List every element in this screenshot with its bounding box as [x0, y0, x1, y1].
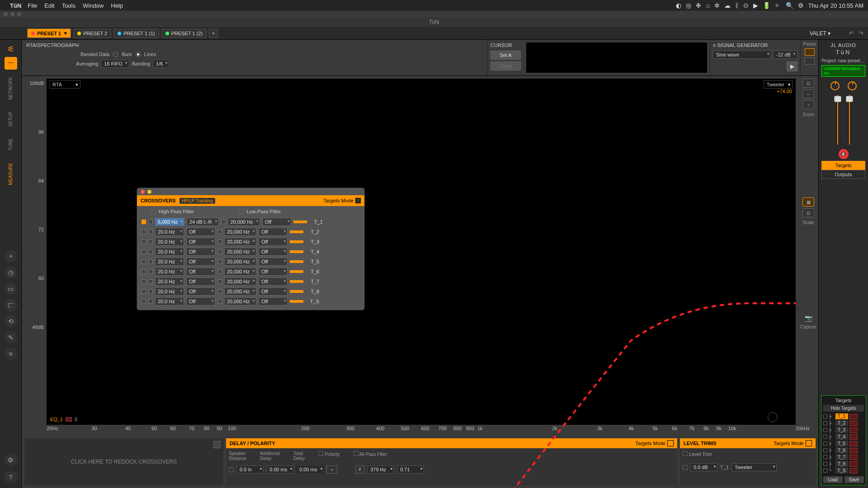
target-check[interactable]: [823, 469, 827, 473]
lp-slope-select[interactable]: Off: [259, 267, 288, 276]
target-curve-icon[interactable]: [849, 441, 858, 446]
xover-row-check[interactable]: [142, 289, 146, 294]
target-check[interactable]: [823, 435, 827, 439]
pane1-toggle[interactable]: [805, 48, 815, 56]
measure-icon[interactable]: 〰: [5, 57, 17, 70]
target-row[interactable]: ├T_8: [823, 461, 864, 467]
hp-check[interactable]: [148, 249, 153, 254]
status-icon[interactable]: ☁: [724, 2, 731, 9]
crossovers-window[interactable]: CROSSOVERS HP/LP Tracking Targets Mode H…: [137, 188, 365, 310]
target-check[interactable]: [823, 448, 827, 452]
hp-slope-select[interactable]: Off: [186, 287, 215, 296]
lp-freq-input[interactable]: 20,000 Hz: [228, 218, 260, 226]
scale2-button[interactable]: ⊟: [802, 208, 814, 217]
hp-slope-select[interactable]: Off: [186, 297, 215, 305]
cursor-clear-button[interactable]: Clear: [491, 61, 521, 70]
side-link-icon[interactable]: ⟲: [5, 315, 17, 328]
lp-check[interactable]: [217, 269, 222, 274]
hp-slope-select[interactable]: Off: [186, 258, 215, 266]
hp-slope-select[interactable]: Off: [186, 228, 215, 236]
nav-back-icon[interactable]: ↶: [849, 30, 854, 37]
status-icon[interactable]: ◐: [676, 2, 681, 9]
target-row[interactable]: └T_S: [823, 468, 864, 474]
sliders-icon[interactable]: ⚟: [7, 44, 14, 54]
target-check[interactable]: [823, 428, 827, 432]
save-button[interactable]: Save: [844, 476, 864, 483]
undock-icon[interactable]: [213, 441, 221, 448]
battery-icon[interactable]: 🔋: [763, 2, 770, 9]
xover-row-check[interactable]: [142, 269, 146, 274]
mute-button[interactable]: 🔇: [839, 149, 849, 159]
target-name[interactable]: T_4: [835, 434, 848, 440]
siggen-level-select[interactable]: -12 dB: [773, 51, 797, 59]
hp-freq-input[interactable]: 20.0 Hz: [155, 297, 184, 305]
preset-tab[interactable]: PRESET 2: [73, 29, 111, 38]
xover-row-check[interactable]: [142, 249, 146, 254]
lp-slope-select[interactable]: Off: [259, 228, 288, 236]
target-name[interactable]: T_2: [835, 420, 848, 426]
hp-slope-select[interactable]: Off: [186, 238, 215, 246]
hp-freq-input[interactable]: 20.0 Hz: [155, 277, 184, 286]
lp-check[interactable]: [217, 230, 222, 234]
preset-tab[interactable]: PRESET 1 (2): [161, 29, 207, 38]
target-check[interactable]: [823, 462, 827, 466]
target-curve-icon[interactable]: [849, 434, 858, 440]
hp-freq-input[interactable]: 20.0 Hz: [155, 248, 184, 256]
knob-left[interactable]: [830, 81, 840, 90]
play-button[interactable]: ▶: [787, 61, 797, 71]
hp-check[interactable]: [148, 230, 153, 234]
target-curve-icon[interactable]: [849, 448, 858, 453]
target-name[interactable]: T_5: [835, 441, 848, 446]
hp-slope-select[interactable]: Off: [186, 267, 215, 276]
tracking-badge[interactable]: HP/LP Tracking: [179, 198, 215, 204]
lp-freq-input[interactable]: 20,000 Hz: [224, 258, 256, 266]
lines-radio[interactable]: [136, 52, 141, 57]
apf-freq-input[interactable]: 379 Hz: [367, 465, 394, 474]
hp-freq-input[interactable]: 20.0 Hz: [155, 228, 184, 236]
hp-slope-select[interactable]: Off: [186, 248, 215, 256]
xover-row-check[interactable]: [142, 279, 146, 284]
cursor-seta-button[interactable]: Set A: [491, 51, 521, 60]
lp-check[interactable]: [217, 259, 222, 264]
target-row[interactable]: ├T_5: [823, 441, 864, 446]
undock-icon[interactable]: [355, 198, 361, 203]
target-check[interactable]: [823, 414, 827, 418]
menu-window[interactable]: Window: [83, 2, 104, 9]
lp-check[interactable]: [217, 239, 222, 244]
search-icon[interactable]: 🔍: [786, 2, 793, 9]
status-icon[interactable]: ⌂: [706, 2, 709, 9]
rail-tune[interactable]: TUNE: [8, 134, 13, 155]
valet-button[interactable]: VALET ▾: [807, 29, 833, 38]
xover-row-check[interactable]: [142, 259, 146, 264]
xover-row-check[interactable]: [142, 299, 146, 304]
target-curve-icon[interactable]: [849, 421, 858, 426]
hide-targets-button[interactable]: Hide Targets: [823, 405, 864, 412]
knob-right[interactable]: [848, 81, 857, 90]
rail-network[interactable]: NETWORK: [8, 72, 13, 104]
target-row[interactable]: ├T_4: [823, 434, 864, 440]
capture-button[interactable]: 📷: [805, 314, 812, 322]
side-clock-icon[interactable]: ◷: [5, 266, 17, 279]
clock[interactable]: Thu Apr 20 10:55 AM: [808, 2, 863, 9]
lp-freq-input[interactable]: 20,000 Hz: [224, 228, 256, 236]
slider-right[interactable]: [848, 95, 851, 145]
hp-freq-input[interactable]: 20.0 Hz: [155, 287, 184, 296]
lp-freq-input[interactable]: 20,000 Hz: [224, 297, 256, 305]
apf-q-input[interactable]: 0.71: [397, 465, 424, 474]
menu-help[interactable]: Help: [111, 2, 123, 9]
add-preset-button[interactable]: ＋: [209, 29, 218, 38]
hp-slope-select[interactable]: Off: [186, 277, 215, 286]
side-layers-icon[interactable]: ⫍: [5, 299, 17, 311]
nav-fwd-icon[interactable]: ↷: [859, 30, 863, 37]
lp-check[interactable]: [217, 289, 222, 294]
redock-placeholder[interactable]: CLICK HERE TO REDOCK CROSSOVERS: [24, 438, 223, 485]
hp-check[interactable]: [148, 269, 153, 274]
side-list-icon[interactable]: ≡: [5, 347, 17, 360]
lp-check[interactable]: [217, 299, 222, 304]
slider-left[interactable]: [836, 95, 840, 145]
zoom-dot[interactable]: [17, 12, 21, 16]
bars-radio[interactable]: [113, 52, 118, 57]
distance-input[interactable]: 0.0 in: [236, 465, 264, 474]
lp-slope-select[interactable]: Off: [259, 238, 288, 246]
preset-tab[interactable]: PRESET 1▾: [27, 28, 71, 38]
